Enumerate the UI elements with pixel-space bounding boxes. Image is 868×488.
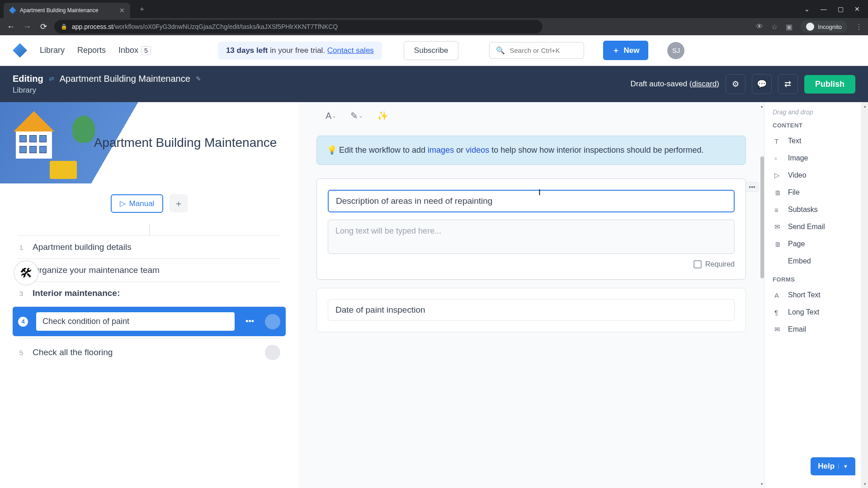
date-field-block[interactable]: Date of paint inspection <box>316 288 746 332</box>
incognito-badge: Incognito <box>801 21 847 33</box>
task-item[interactable]: ⋮⋮ 2 Organize your maintenance team <box>18 258 280 282</box>
add-trigger-button[interactable]: ＋ <box>170 194 188 212</box>
editing-prefix: Editing <box>13 74 43 84</box>
eye-off-icon[interactable]: 👁 <box>756 23 763 31</box>
inbox-count: 5 <box>141 46 151 55</box>
field-label[interactable]: Date of paint inspection <box>328 299 735 321</box>
tree-illustration <box>72 116 95 143</box>
widget-label: File <box>788 188 800 197</box>
plus-icon: ＋ <box>612 45 620 56</box>
widget-file[interactable]: 🗎File <box>770 184 863 201</box>
long-text-field-block[interactable]: I Long text will be typed here... Requir… <box>316 178 746 280</box>
comments-button[interactable]: 💬 <box>752 74 772 94</box>
widget-embed[interactable]: Embed <box>770 253 863 270</box>
edit-title-icon[interactable]: ✎ <box>196 75 201 82</box>
minimize-icon[interactable]: ― <box>821 5 827 13</box>
breadcrumb[interactable]: Library <box>13 86 201 95</box>
chevron-down-icon[interactable]: ▼ <box>838 464 848 469</box>
new-tab-button[interactable]: ＋ <box>138 5 146 14</box>
browser-menu-icon[interactable]: ⋮ <box>855 23 863 31</box>
browser-tab[interactable]: Apartment Building Maintenance ✕ <box>4 3 130 18</box>
manual-trigger-button[interactable]: ▷ Manual <box>111 194 164 213</box>
images-link[interactable]: images <box>428 145 454 155</box>
widget-video[interactable]: ▷Video <box>770 167 863 184</box>
field-menu-icon[interactable]: ••• <box>745 182 759 192</box>
subscribe-button[interactable]: Subscribe <box>404 41 459 60</box>
close-window-icon[interactable]: ✕ <box>854 5 860 13</box>
new-button[interactable]: ＋ New <box>603 41 648 60</box>
house-illustration <box>14 111 54 159</box>
widget-label: Text <box>788 137 801 145</box>
incognito-icon <box>806 23 814 31</box>
widget-label: Email <box>788 325 806 333</box>
user-avatar[interactable]: SJ <box>667 42 684 59</box>
help-button[interactable]: Help ▼ <box>811 457 855 475</box>
widget-subtasks[interactable]: ≡Subtasks <box>770 201 863 218</box>
task-menu-icon[interactable]: ••• <box>243 317 257 326</box>
task-item-selected[interactable]: 4 Check condition of paint ••• <box>13 306 286 336</box>
page-scrollbar[interactable]: ▴ ▾ <box>861 102 868 488</box>
back-button[interactable]: ← <box>5 22 16 32</box>
toolbox-illustration <box>50 161 77 179</box>
scroll-up-icon[interactable]: ▴ <box>761 104 763 108</box>
url-field[interactable]: 🔒 app.process.st/workflows/oX0FyG3dnwNUz… <box>54 20 542 33</box>
section-forms: FORMS <box>773 276 863 283</box>
scrollbar-thumb[interactable] <box>760 156 764 278</box>
nav-reports[interactable]: Reports <box>77 46 106 55</box>
field-label-input[interactable] <box>328 190 735 212</box>
publish-button[interactable]: Publish <box>804 75 855 94</box>
scroll-down-icon[interactable]: ▾ <box>864 482 866 486</box>
nav-library[interactable]: Library <box>40 46 65 55</box>
widget-text[interactable]: TText <box>770 132 863 150</box>
maximize-icon[interactable]: ▢ <box>838 5 844 13</box>
tab-title: Apartment Building Maintenance <box>20 7 116 14</box>
address-bar: ← → ⟳ 🔒 app.process.st/workflows/oX0FyG3… <box>0 18 868 35</box>
widget-send-email[interactable]: ✉Send Email <box>770 218 863 235</box>
app-header: Library Reports Inbox 5 13 days left in … <box>0 35 868 66</box>
widget-label: Subtasks <box>788 206 818 214</box>
bookmark-icon[interactable]: ☆ <box>771 23 778 31</box>
magic-wand-icon[interactable]: ✨ <box>377 110 388 121</box>
section-content: CONTENT <box>773 122 863 129</box>
task-item[interactable]: 3 Interior maintenance: <box>18 282 280 305</box>
scroll-up-icon[interactable]: ▴ <box>864 104 866 108</box>
scroll-down-icon[interactable]: ▾ <box>761 482 763 486</box>
videos-link[interactable]: videos <box>466 145 489 155</box>
search-icon: 🔍 <box>496 46 505 55</box>
search-box[interactable]: 🔍 <box>489 42 584 59</box>
highlight-dropdown[interactable]: ✎⌄ <box>350 110 363 121</box>
widget-page[interactable]: 🗎Page <box>770 235 863 253</box>
widget-short-text[interactable]: AShort Text <box>770 286 863 304</box>
hero-image: Apartment Building Maintenance <box>0 102 298 183</box>
task-item[interactable]: 5 Check all the flooring <box>18 338 280 366</box>
forward-button[interactable]: → <box>22 22 33 32</box>
widget-email[interactable]: ✉Email <box>770 321 863 338</box>
widget-image[interactable]: ▫Image <box>770 150 863 167</box>
nav-inbox[interactable]: Inbox 5 <box>118 46 151 55</box>
tabs-dropdown-icon[interactable]: ⌄ <box>804 5 810 13</box>
task-item[interactable]: 1 Apartment building details <box>18 235 280 258</box>
extensions-icon[interactable]: ▣ <box>786 23 793 31</box>
task-title-input[interactable]: Check condition of paint <box>36 312 235 331</box>
text-style-dropdown[interactable]: A⌄ <box>326 110 336 121</box>
app-logo[interactable] <box>13 43 27 58</box>
widget-long-text[interactable]: ¶Long Text <box>770 304 863 321</box>
assign-user-button[interactable] <box>265 345 280 360</box>
close-tab-icon[interactable]: ✕ <box>119 7 125 14</box>
shuffle-button[interactable]: ⇄ <box>778 74 798 94</box>
editor-panel: A⌄ ✎⌄ ✨ 💡 Edit the workflow to add image… <box>298 102 764 488</box>
discard-link[interactable]: discard <box>692 80 717 88</box>
drag-hint: Drag and drop <box>770 108 863 116</box>
contact-sales-link[interactable]: Contact sales <box>327 46 374 55</box>
draft-status: Draft auto-saved (discard) <box>630 80 719 89</box>
reload-button[interactable]: ⟳ <box>38 22 49 32</box>
long-text-placeholder[interactable]: Long text will be typed here... <box>328 220 735 254</box>
settings-button[interactable]: ⚙ <box>726 74 745 94</box>
required-checkbox[interactable] <box>693 260 702 268</box>
task-list: 1 Apartment building details ⋮⋮ 2 Organi… <box>0 235 298 366</box>
assign-user-button[interactable] <box>265 314 280 329</box>
trial-banner: 13 days left in your free trial. Contact… <box>218 42 382 60</box>
widget-label: Send Email <box>788 223 825 231</box>
shuffle-icon: ⇄ <box>784 79 791 89</box>
search-input[interactable] <box>509 47 577 54</box>
